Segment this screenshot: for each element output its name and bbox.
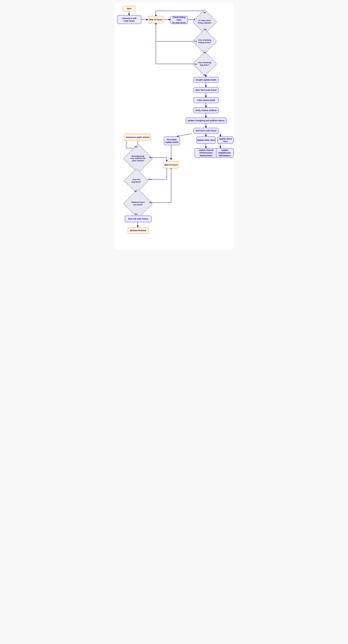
any-linting-text: Any remaininglinting errors?: [196, 33, 213, 50]
wait-24-1-node: Wait 24 hours: [148, 16, 164, 23]
update-digital-node: UpdateDigitalOceanMarketplace: [216, 148, 233, 158]
start-release-label: Start release build: [197, 99, 215, 102]
label-yes-week: Yes: [135, 213, 138, 215]
label-no-week: No: [149, 202, 152, 204]
start-node: Start: [123, 6, 136, 11]
any-linting-wrap: Any remaininglinting errors?: [196, 33, 216, 52]
label-no-patch: No: [149, 156, 152, 158]
any-bugfixes-text: Any remainingbug fixes?: [196, 55, 213, 72]
end-soft-node: End soft code freeze: [125, 216, 152, 222]
verify-artifacts-node: Verify release artifacts: [193, 108, 218, 113]
label-yes-1: Yes: [203, 28, 207, 30]
update-changelog-node: Update changelog and publish release: [185, 118, 226, 124]
announce-soft-node: Announce softcode freeze: [117, 15, 141, 24]
verify-artifacts-label: Verify release artifacts: [195, 109, 217, 112]
wait-24-2-node: Wait 24 hours: [163, 161, 179, 168]
reenable-nightly-node: Re-enablenightly builds: [164, 136, 180, 145]
update-digital-label: UpdateDigitalOceanMarketplace: [218, 149, 231, 157]
start-hard-node: Start hard code freeze: [193, 87, 218, 93]
end-hard-label: End hard code freeze: [196, 130, 216, 132]
reenable-nightly-label: Re-enablenightly builds: [165, 138, 178, 144]
update-helm-label: Update Helm chart: [197, 139, 215, 142]
any-new-bugfixes-wrap: Any newbug fixes?: [128, 172, 147, 192]
five-days-text: 5+ days sincefreeze started?: [196, 13, 213, 30]
start-hard-label: Start hard code freeze: [195, 89, 217, 91]
label-yes-3: Yes: [194, 63, 197, 65]
wait-24-2-label: Wait 24 hours: [165, 164, 178, 166]
update-changelog-label: Update changelog and publish release: [187, 119, 225, 122]
label-yes-patch: Yes: [135, 146, 138, 148]
release-finished-node: Release finished: [128, 227, 149, 234]
check-linting-node: Check linting toolsfor new errors: [170, 16, 188, 24]
svg-line-12: [177, 134, 191, 136]
announce-patch-label: Announce patch release: [126, 136, 150, 138]
wait-24-1-label: Wait 24 hours: [149, 18, 163, 21]
label-yes-newbug: Yes: [149, 178, 152, 180]
start-label: Start: [127, 7, 131, 10]
disable-nightly-label: Disable nightly builds: [196, 78, 217, 81]
diagram-container: Start Announce softcode freeze Wait 24 h…: [115, 3, 233, 250]
any-bugfixes-wrap: Any remainingbug fixes?: [196, 55, 216, 75]
waited-week-wrap: Waited at leastone week?: [128, 193, 149, 214]
update-helm-node: Update Helm chart: [196, 136, 216, 144]
label-no-newbug: No: [135, 190, 137, 192]
update-demo-label: Update demo sites: [218, 138, 233, 143]
disable-nightly-node: Disable nightly builds: [193, 77, 218, 83]
release-finished-label: Release finished: [130, 229, 146, 232]
check-linting-label: Check linting toolsfor new errors: [171, 16, 187, 24]
start-release-node: Start release build: [193, 97, 218, 103]
waited-week-text: Waited at leastone week?: [128, 193, 149, 214]
end-hard-node: End hard code freeze: [193, 128, 218, 134]
remaining-bugfixes-text: Remaining bugfixes sufficient forpatch r…: [128, 148, 149, 169]
label-no-2: No: [203, 52, 206, 54]
any-new-bugfixes-text: Any newbug fixes?: [128, 172, 145, 190]
label-no-1: No: [203, 12, 206, 14]
update-internal-node: Update internalinfrastructuredeployments: [194, 148, 217, 158]
update-internal-label: Update internalinfrastructuredeployments: [199, 149, 213, 157]
update-demo-node: Update demo sites: [217, 136, 233, 144]
announce-soft-label: Announce softcode freeze: [122, 17, 137, 22]
end-soft-label: End soft code freeze: [128, 218, 148, 220]
label-no-3: No: [203, 74, 206, 76]
remaining-bugfixes-wrap: Remaining bugfixes sufficient forpatch r…: [128, 148, 149, 169]
label-yes-2: Yes: [194, 40, 197, 42]
announce-patch-node: Announce patch release: [125, 134, 151, 141]
